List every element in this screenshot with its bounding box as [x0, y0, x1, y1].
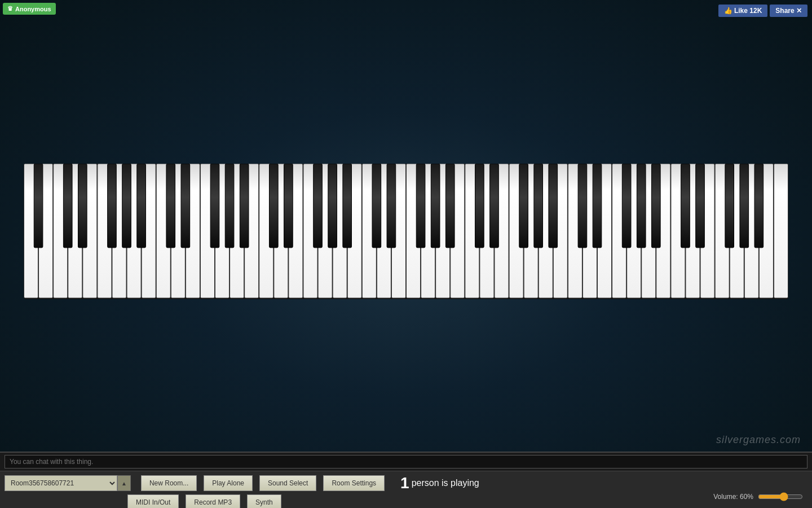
black-key[interactable]	[593, 164, 602, 248]
black-key[interactable]	[622, 164, 631, 248]
room-selector: Room356758607721 ▲	[5, 475, 131, 491]
black-key[interactable]	[549, 164, 558, 248]
black-key[interactable]	[225, 164, 234, 248]
volume-label: Volume: 60%	[713, 493, 753, 501]
black-key[interactable]	[78, 164, 87, 248]
black-key[interactable]	[372, 164, 381, 248]
black-key[interactable]	[63, 164, 72, 248]
black-key[interactable]	[181, 164, 190, 248]
black-key[interactable]	[534, 164, 543, 248]
record-mp3-button[interactable]: Record MP3	[186, 494, 240, 508]
black-key[interactable]	[137, 164, 146, 248]
new-room-button[interactable]: New Room...	[141, 475, 197, 491]
black-key[interactable]	[475, 164, 484, 248]
play-alone-button[interactable]: Play Alone	[204, 475, 253, 491]
chat-area	[0, 453, 812, 471]
player-status: 1 person is playing	[400, 474, 479, 492]
black-key[interactable]	[696, 164, 705, 248]
black-key[interactable]	[651, 164, 660, 248]
black-key[interactable]	[740, 164, 749, 248]
black-key[interactable]	[240, 164, 249, 248]
volume-slider[interactable]	[758, 492, 803, 501]
black-key[interactable]	[284, 164, 293, 248]
black-key[interactable]	[122, 164, 131, 248]
black-key[interactable]	[387, 164, 396, 248]
black-key[interactable]	[431, 164, 440, 248]
black-key[interactable]	[34, 164, 43, 248]
black-key[interactable]	[681, 164, 690, 248]
piano-keyboard[interactable]: // This won't run in SVG context, we'll …	[24, 164, 788, 299]
share-button[interactable]: Share ✕	[770, 5, 807, 17]
piano-container: // This won't run in SVG context, we'll …	[24, 164, 788, 299]
player-text: person is playing	[412, 478, 479, 488]
watermark: silvergames.com	[716, 434, 801, 446]
black-key[interactable]	[416, 164, 425, 248]
black-key[interactable]	[108, 164, 117, 248]
black-key[interactable]	[490, 164, 499, 248]
controls-row1: Room356758607721 ▲ New Room... Play Alon…	[5, 474, 807, 492]
black-key[interactable]	[343, 164, 352, 248]
bottom-rows: Room356758607721 ▲ New Room... Play Alon…	[0, 471, 812, 508]
black-key[interactable]	[328, 164, 337, 248]
sound-select-button[interactable]: Sound Select	[259, 475, 316, 491]
controls-row2: MIDI In/Out Record MP3 Synth	[5, 494, 807, 508]
top-bar: 👍 Like 12K Share ✕	[714, 0, 812, 21]
black-key[interactable]	[754, 164, 764, 248]
midi-in-out-button[interactable]: MIDI In/Out	[127, 494, 179, 508]
bottom-bar: Room356758607721 ▲ New Room... Play Alon…	[0, 452, 812, 508]
like-button[interactable]: 👍 Like 12K	[718, 5, 768, 17]
black-key[interactable]	[725, 164, 734, 248]
black-key[interactable]	[269, 164, 278, 248]
black-key[interactable]	[210, 164, 219, 248]
room-settings-button[interactable]: Room Settings	[323, 475, 385, 491]
room-expand-button[interactable]: ▲	[117, 475, 131, 491]
black-key[interactable]	[519, 164, 528, 248]
crown-icon: ♛	[7, 5, 13, 12]
black-key[interactable]	[314, 164, 323, 248]
black-key[interactable]	[578, 164, 587, 248]
chat-input[interactable]	[5, 455, 807, 468]
volume-section: Volume: 60%	[713, 492, 803, 501]
black-key[interactable]	[637, 164, 646, 248]
player-count: 1	[400, 474, 409, 492]
username: Anonymous	[15, 6, 51, 12]
black-key[interactable]	[166, 164, 175, 248]
synth-button[interactable]: Synth	[247, 494, 281, 508]
white-key[interactable]	[774, 164, 788, 298]
room-select[interactable]: Room356758607721	[5, 475, 117, 491]
black-key[interactable]	[445, 164, 454, 248]
user-badge[interactable]: ♛ Anonymous	[3, 3, 56, 15]
